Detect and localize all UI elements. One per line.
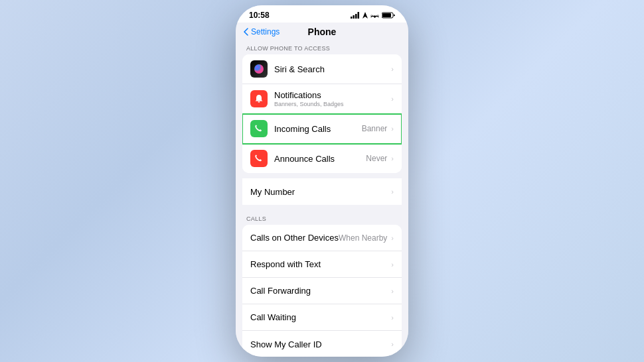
call-forwarding-item[interactable]: Call Forwarding › <box>242 278 402 304</box>
announce-calls-text: Announce Calls <box>274 154 366 164</box>
incoming-calls-right: Banner › <box>362 124 394 133</box>
siri-search-right: › <box>391 65 394 73</box>
call-waiting-item[interactable]: Call Waiting › <box>242 304 402 331</box>
siri-search-label: Siri & Search <box>274 64 391 74</box>
svg-rect-0 <box>351 17 353 19</box>
respond-text-chevron: › <box>391 261 394 269</box>
nav-bar: Settings Phone <box>236 23 408 40</box>
svg-rect-1 <box>353 15 355 19</box>
my-number-item[interactable]: My Number › <box>242 178 402 205</box>
show-caller-id-label: Show My Caller ID <box>250 339 391 349</box>
back-label: Settings <box>251 27 280 36</box>
status-icons <box>351 12 395 19</box>
announce-calls-chevron: › <box>391 154 394 162</box>
my-number-label: My Number <box>250 187 391 197</box>
announce-calls-right: Never › <box>366 154 394 163</box>
siri-search-item[interactable]: Siri & Search › <box>242 54 402 84</box>
incoming-calls-value: Banner <box>362 124 388 133</box>
respond-text-item[interactable]: Respond with Text › <box>242 251 402 278</box>
call-waiting-text: Call Waiting <box>250 312 391 322</box>
notifications-right: › <box>391 95 394 103</box>
location-icon <box>362 12 368 19</box>
section-allow-header: ALLOW PHONE TO ACCESS <box>236 40 408 54</box>
my-number-list: My Number › <box>242 178 402 205</box>
siri-search-text: Siri & Search <box>274 64 391 74</box>
siri-icon <box>250 60 268 78</box>
notifications-sublabel: Banners, Sounds, Badges <box>274 101 391 107</box>
calls-list: Calls on Other Devices When Nearby › Res… <box>242 225 402 357</box>
phone-icon <box>254 124 264 133</box>
calls-other-devices-item[interactable]: Calls on Other Devices When Nearby › <box>242 225 402 251</box>
siri-logo-icon <box>254 64 264 74</box>
calls-other-devices-right: When Nearby › <box>339 233 394 243</box>
section-allow-access: ALLOW PHONE TO ACCESS <box>236 40 408 173</box>
announce-calls-value: Never <box>366 154 387 163</box>
svg-point-6 <box>254 64 264 74</box>
content-area: ALLOW PHONE TO ACCESS <box>236 40 408 357</box>
back-chevron-icon <box>244 28 248 36</box>
incoming-calls-label: Incoming Calls <box>274 124 362 134</box>
status-bar: 10:58 <box>236 5 408 23</box>
wifi-icon <box>370 12 379 19</box>
svg-rect-3 <box>358 12 360 19</box>
show-caller-id-chevron: › <box>391 340 394 348</box>
signal-icon <box>351 12 360 19</box>
notifications-item[interactable]: Notifications Banners, Sounds, Badges › <box>242 84 402 114</box>
call-forwarding-label: Call Forwarding <box>250 286 391 296</box>
announce-calls-label: Announce Calls <box>274 154 366 164</box>
show-caller-id-item[interactable]: Show My Caller ID › <box>242 331 402 357</box>
incoming-calls-icon <box>250 120 268 137</box>
notifications-chevron: › <box>391 95 394 103</box>
notifications-label: Notifications <box>274 90 391 100</box>
respond-text-text: Respond with Text <box>250 259 391 269</box>
allow-access-list: Siri & Search › Notificati <box>242 54 402 173</box>
call-forwarding-right: › <box>391 287 394 295</box>
back-button[interactable]: Settings <box>244 27 280 36</box>
incoming-calls-item[interactable]: Incoming Calls Banner › <box>242 114 402 144</box>
nav-title: Phone <box>308 27 337 37</box>
status-time: 10:58 <box>249 11 270 20</box>
show-caller-id-right: › <box>391 340 394 348</box>
incoming-calls-text: Incoming Calls <box>274 124 362 134</box>
bell-icon <box>254 94 264 103</box>
call-waiting-label: Call Waiting <box>250 312 391 322</box>
calls-other-devices-text: Calls on Other Devices <box>250 233 339 243</box>
call-forwarding-chevron: › <box>391 287 394 295</box>
phone-announce-icon <box>254 154 264 163</box>
announce-calls-item[interactable]: Announce Calls Never › <box>242 144 402 173</box>
siri-search-chevron: › <box>391 65 394 73</box>
my-number-text: My Number <box>250 187 391 197</box>
battery-icon <box>382 12 395 19</box>
my-number-right: › <box>391 188 394 196</box>
section-my-number: My Number › <box>236 178 408 205</box>
call-waiting-right: › <box>391 314 394 322</box>
svg-rect-7 <box>258 101 260 103</box>
notifications-icon <box>250 90 268 107</box>
announce-calls-icon <box>250 150 268 167</box>
call-forwarding-text: Call Forwarding <box>250 286 391 296</box>
svg-rect-5 <box>382 13 391 17</box>
phone-device: 10:58 <box>236 5 408 357</box>
calls-other-devices-label: Calls on Other Devices <box>250 233 339 243</box>
notifications-text: Notifications Banners, Sounds, Badges <box>274 90 391 107</box>
svg-rect-2 <box>355 14 357 19</box>
calls-header: CALLS <box>236 210 408 225</box>
respond-text-label: Respond with Text <box>250 259 391 269</box>
call-waiting-chevron: › <box>391 314 394 322</box>
respond-text-right: › <box>391 261 394 269</box>
my-number-chevron: › <box>391 188 394 196</box>
calls-other-devices-value: When Nearby <box>339 233 387 243</box>
calls-other-devices-chevron: › <box>391 234 394 242</box>
incoming-calls-chevron: › <box>391 125 394 133</box>
section-calls: CALLS Calls on Other Devices When Nearby… <box>236 210 408 357</box>
show-caller-id-text: Show My Caller ID <box>250 339 391 349</box>
